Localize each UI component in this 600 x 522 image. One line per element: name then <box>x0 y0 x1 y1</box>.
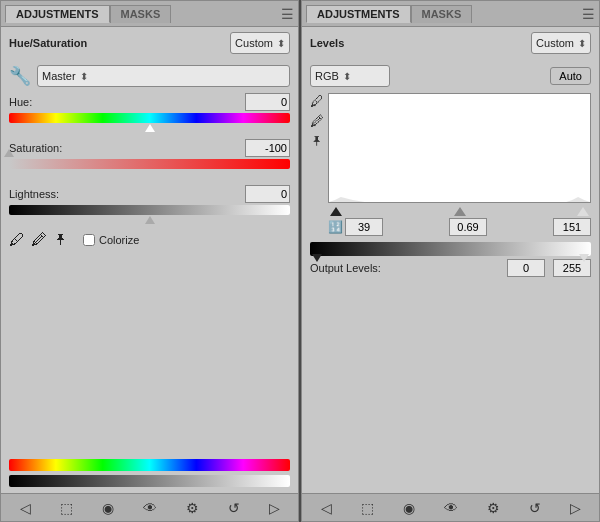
input-mid-value[interactable] <box>449 218 487 236</box>
sat-slider-track[interactable] <box>9 159 290 169</box>
sat-label-row: Saturation: <box>9 139 290 157</box>
left-preset-arrow-icon: ⬍ <box>277 38 285 49</box>
channel-row: 🔧 Master ⬍ <box>9 65 290 87</box>
hue-thumb-icon[interactable] <box>145 124 155 132</box>
left-visibility-btn[interactable]: 👁 <box>140 498 160 518</box>
right-panel-menu-icon[interactable]: ☰ <box>582 6 595 22</box>
output-black-thumb-icon[interactable] <box>312 254 322 262</box>
right-eyedropper-col: 🖊 🖉 🖈 <box>310 93 324 236</box>
left-panel-menu-icon[interactable]: ☰ <box>281 6 294 22</box>
light-label: Lightness: <box>9 188 69 200</box>
sat-label: Saturation: <box>9 142 69 154</box>
black-point-eyedropper-icon[interactable]: 🖊 <box>310 93 324 109</box>
right-tab-adjustments[interactable]: ADJUSTMENTS <box>306 5 411 23</box>
right-panel-content: RGB ⬍ Auto 🖊 🖉 🖈 <box>302 59 599 493</box>
colorize-checkbox-row: Colorize <box>83 234 139 246</box>
channel-arrow-icon: ⬍ <box>80 71 88 82</box>
right-preset-label: Custom <box>536 37 574 49</box>
right-bottom-toolbar: ◁ ⬚ ◉ 👁 ⚙ ↺ ▷ <box>302 493 599 521</box>
left-back-btn[interactable]: ◁ <box>17 498 34 518</box>
output-label: Output Levels: <box>310 262 381 274</box>
subtract-sample-icon[interactable]: 🖈 <box>53 231 69 249</box>
sat-input[interactable] <box>245 139 290 157</box>
hue-label: Hue: <box>9 96 69 108</box>
right-panel: ADJUSTMENTS MASKS ☰ Levels Custom ⬍ RGB … <box>301 0 600 522</box>
histogram-col: 🔢 <box>328 93 591 236</box>
colorize-label: Colorize <box>99 234 139 246</box>
hue-slider-container: Hue: <box>9 93 290 133</box>
left-tab-adjustments[interactable]: ADJUSTMENTS <box>5 5 110 23</box>
light-slider-track[interactable] <box>9 205 290 215</box>
gray-bar <box>9 475 290 487</box>
histogram-svg <box>329 94 590 202</box>
left-panel-content: 🔧 Master ⬍ Hue: Saturation: <box>1 59 298 493</box>
channel-dropdown[interactable]: Master ⬍ <box>37 65 290 87</box>
right-lasso-btn[interactable]: ⬚ <box>358 498 377 518</box>
hue-label-row: Hue: <box>9 93 290 111</box>
hue-slider-track[interactable] <box>9 113 290 123</box>
gray-point-eyedropper-icon[interactable]: 🖉 <box>310 113 324 129</box>
input-white-thumb-icon[interactable] <box>577 207 589 216</box>
right-reset-btn[interactable]: ↺ <box>526 498 544 518</box>
right-channel-row: RGB ⬍ Auto <box>310 65 591 87</box>
right-back-btn[interactable]: ◁ <box>318 498 335 518</box>
left-reset-btn[interactable]: ↺ <box>225 498 243 518</box>
right-panel-title: Levels <box>310 37 344 49</box>
output-values-row: Output Levels: <box>310 259 591 277</box>
left-bottom-toolbar: ◁ ⬚ ◉ 👁 ⚙ ↺ ▷ <box>1 493 298 521</box>
left-title-row: Hue/Saturation Custom ⬍ <box>1 27 298 59</box>
left-eye-btn[interactable]: ◉ <box>99 498 117 518</box>
input-sliders-row <box>328 207 591 216</box>
left-panel-header: ADJUSTMENTS MASKS ☰ <box>1 1 298 27</box>
input-values-row: 🔢 <box>328 218 591 236</box>
output-levels-section: Output Levels: <box>310 242 591 277</box>
light-label-row: Lightness: <box>9 185 290 203</box>
add-sample-icon[interactable]: 🖉 <box>31 231 47 249</box>
light-slider-container: Lightness: <box>9 185 290 225</box>
right-visibility-btn[interactable]: 👁 <box>441 498 461 518</box>
left-preset-label: Custom <box>235 37 273 49</box>
right-preset-arrow-icon: ⬍ <box>578 38 586 49</box>
hue-input[interactable] <box>245 93 290 111</box>
light-slider[interactable] <box>9 205 290 215</box>
sat-thumb-icon[interactable] <box>4 149 14 157</box>
right-channel-arrow-icon: ⬍ <box>343 71 351 82</box>
left-trash-btn[interactable]: ⚙ <box>183 498 202 518</box>
left-preset-dropdown[interactable]: Custom ⬍ <box>230 32 290 54</box>
left-tab-masks[interactable]: MASKS <box>110 5 172 23</box>
right-title-row: Levels Custom ⬍ <box>302 27 599 59</box>
right-trash-btn[interactable]: ⚙ <box>484 498 503 518</box>
output-slider[interactable] <box>310 242 591 256</box>
colorize-checkbox[interactable] <box>83 234 95 246</box>
right-preset-dropdown[interactable]: Custom ⬍ <box>531 32 591 54</box>
light-input[interactable] <box>245 185 290 203</box>
left-forward-btn[interactable]: ▷ <box>266 498 283 518</box>
right-channel-dropdown[interactable]: RGB ⬍ <box>310 65 390 87</box>
right-tab-masks[interactable]: MASKS <box>411 5 473 23</box>
histogram-display <box>328 93 591 203</box>
sat-slider[interactable] <box>9 159 290 169</box>
right-panel-header: ADJUSTMENTS MASKS ☰ <box>302 1 599 27</box>
input-black-value[interactable] <box>345 218 383 236</box>
output-black-value[interactable] <box>507 259 545 277</box>
sample-icon[interactable]: 🖊 <box>9 231 25 249</box>
left-lasso-btn[interactable]: ⬚ <box>57 498 76 518</box>
auto-button[interactable]: Auto <box>550 67 591 85</box>
svg-rect-0 <box>329 94 590 202</box>
white-point-eyedropper-icon[interactable]: 🖈 <box>310 133 324 149</box>
input-black-thumb-icon[interactable] <box>330 207 342 216</box>
input-white-value[interactable] <box>553 218 591 236</box>
input-levels-icon: 🔢 <box>328 220 343 234</box>
right-eye-btn[interactable]: ◉ <box>400 498 418 518</box>
light-thumb-icon[interactable] <box>145 216 155 224</box>
output-white-thumb-icon[interactable] <box>579 254 589 262</box>
input-mid-thumb-icon[interactable] <box>454 207 466 216</box>
histogram-area: 🖊 🖉 🖈 <box>310 93 591 236</box>
rainbow-bar <box>9 459 290 471</box>
hue-slider[interactable] <box>9 113 290 123</box>
right-channel-label: RGB <box>315 70 339 82</box>
eyedropper-colorize-row: 🖊 🖉 🖈 Colorize <box>9 231 290 249</box>
sat-slider-container: Saturation: <box>9 139 290 179</box>
hue-sat-icon: 🔧 <box>9 65 31 87</box>
right-forward-btn[interactable]: ▷ <box>567 498 584 518</box>
